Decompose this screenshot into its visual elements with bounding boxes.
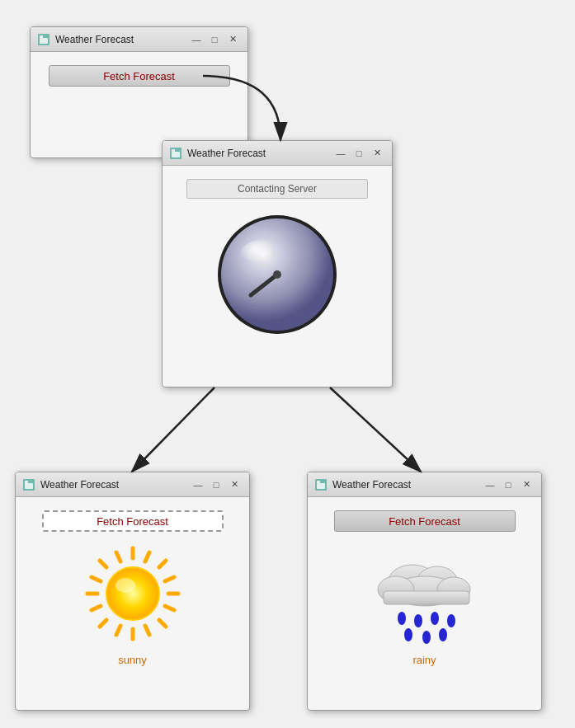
top-close-button[interactable]: ✕ bbox=[224, 31, 241, 48]
top-maximize-button[interactable]: □ bbox=[206, 31, 223, 48]
svg-rect-4 bbox=[172, 152, 180, 157]
svg-rect-41 bbox=[384, 591, 469, 604]
middle-minimize-button[interactable]: — bbox=[332, 145, 349, 162]
bl-minimize-button[interactable]: — bbox=[190, 477, 206, 493]
bottom-right-titlebar: Weather Forecast — □ ✕ bbox=[308, 472, 541, 497]
br-close-button[interactable]: ✕ bbox=[518, 477, 535, 493]
svg-rect-34 bbox=[317, 483, 325, 489]
svg-line-19 bbox=[159, 620, 166, 627]
sunny-label: sunny bbox=[118, 654, 147, 666]
svg-line-27 bbox=[165, 577, 174, 581]
middle-window-body: Contacting Server bbox=[163, 166, 392, 354]
top-minimize-button[interactable]: — bbox=[188, 31, 205, 48]
svg-rect-5 bbox=[172, 149, 175, 152]
top-window-title: Weather Forecast bbox=[55, 34, 186, 45]
fetch-forecast-button-br[interactable]: Fetch Forecast bbox=[334, 510, 516, 532]
svg-line-22 bbox=[92, 577, 101, 581]
bottom-right-window-body: Fetch Forecast bbox=[308, 497, 541, 679]
top-titlebar: Weather Forecast — □ ✕ bbox=[31, 27, 247, 52]
svg-point-42 bbox=[398, 612, 406, 625]
middle-close-button[interactable]: ✕ bbox=[369, 145, 385, 162]
rainy-weather-icon: rainy bbox=[367, 540, 483, 666]
middle-window-title: Weather Forecast bbox=[187, 148, 331, 159]
svg-point-45 bbox=[447, 614, 455, 627]
svg-rect-2 bbox=[40, 35, 43, 38]
bottom-left-titlebar: Weather Forecast — □ ✕ bbox=[16, 472, 249, 497]
svg-line-20 bbox=[159, 561, 166, 567]
rainy-label: rainy bbox=[412, 654, 436, 666]
svg-rect-12 bbox=[25, 483, 33, 489]
loading-gauge bbox=[211, 209, 343, 341]
svg-line-28 bbox=[145, 552, 149, 561]
br-maximize-button[interactable]: □ bbox=[500, 477, 516, 493]
svg-point-32 bbox=[115, 578, 135, 593]
svg-point-10 bbox=[273, 270, 281, 279]
svg-rect-1 bbox=[40, 38, 48, 44]
svg-rect-35 bbox=[317, 481, 320, 483]
svg-line-18 bbox=[100, 561, 106, 567]
bottom-left-window-body: Fetch Forecast bbox=[16, 497, 249, 679]
svg-point-46 bbox=[404, 628, 412, 641]
contacting-server-status: Contacting Server bbox=[186, 179, 368, 199]
middle-titlebar: Weather Forecast — □ ✕ bbox=[163, 141, 392, 166]
app-icon-bl bbox=[22, 478, 35, 491]
bottom-left-window: Weather Forecast — □ ✕ Fetch Forecast bbox=[15, 472, 250, 711]
svg-point-44 bbox=[431, 612, 439, 625]
sunny-weather-icon: sunny bbox=[79, 540, 186, 666]
svg-line-25 bbox=[145, 626, 149, 635]
bottom-right-window-title: Weather Forecast bbox=[332, 479, 480, 491]
fetch-forecast-button-top[interactable]: Fetch Forecast bbox=[49, 65, 230, 87]
middle-window: Weather Forecast — □ ✕ Contacting Server bbox=[162, 140, 393, 387]
app-icon-middle bbox=[169, 147, 182, 160]
svg-point-48 bbox=[439, 628, 447, 641]
bl-close-button[interactable]: ✕ bbox=[226, 477, 243, 493]
app-icon bbox=[37, 33, 50, 46]
svg-rect-13 bbox=[25, 481, 28, 483]
bottom-left-window-title: Weather Forecast bbox=[40, 479, 188, 491]
svg-point-8 bbox=[239, 240, 285, 273]
middle-maximize-button[interactable]: □ bbox=[351, 145, 367, 162]
app-icon-br bbox=[314, 478, 328, 491]
svg-line-26 bbox=[92, 606, 101, 610]
svg-point-43 bbox=[414, 614, 422, 627]
bl-maximize-button[interactable]: □ bbox=[208, 477, 224, 493]
fetch-forecast-button-bl[interactable]: Fetch Forecast bbox=[42, 510, 224, 532]
svg-line-21 bbox=[100, 620, 106, 627]
svg-line-29 bbox=[116, 626, 120, 635]
bottom-right-window: Weather Forecast — □ ✕ Fetch Forecast bbox=[307, 472, 542, 711]
top-window: Weather Forecast — □ ✕ Fetch Forecast bbox=[30, 26, 248, 158]
br-minimize-button[interactable]: — bbox=[482, 477, 498, 493]
svg-line-23 bbox=[165, 606, 174, 610]
top-window-body: Fetch Forecast bbox=[31, 52, 247, 100]
svg-point-47 bbox=[422, 631, 431, 644]
svg-line-24 bbox=[116, 552, 120, 561]
